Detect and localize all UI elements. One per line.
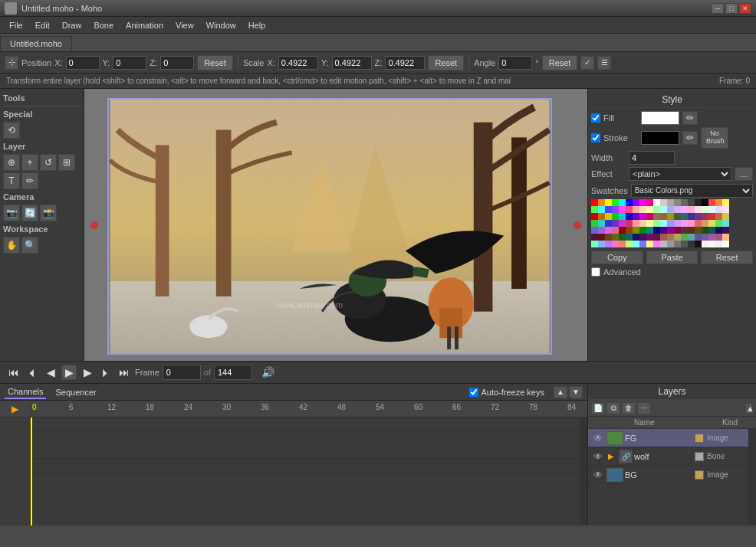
color-cell[interactable] xyxy=(695,234,702,241)
color-cell[interactable] xyxy=(591,220,598,227)
color-cell[interactable] xyxy=(667,227,674,234)
swatches-select[interactable]: Basic Colors.png xyxy=(631,184,753,198)
color-cell[interactable] xyxy=(612,220,619,227)
color-cell[interactable] xyxy=(646,234,653,241)
color-cell[interactable] xyxy=(660,199,667,206)
color-cell[interactable] xyxy=(626,227,633,234)
menu-edit[interactable]: Edit xyxy=(29,19,56,31)
color-cell[interactable] xyxy=(591,206,598,213)
position-z-input[interactable] xyxy=(160,56,194,70)
color-cell[interactable] xyxy=(667,220,674,227)
color-cell[interactable] xyxy=(598,199,605,206)
camera-tool-2[interactable]: 🔄 xyxy=(21,205,38,221)
color-cell[interactable] xyxy=(598,213,605,220)
color-cell[interactable] xyxy=(681,199,688,206)
color-cell[interactable] xyxy=(633,199,639,206)
layer-tool-1[interactable]: ⊕ xyxy=(3,154,20,171)
color-cell[interactable] xyxy=(605,199,612,206)
color-cell[interactable] xyxy=(708,199,715,206)
color-cell[interactable] xyxy=(639,213,646,220)
layer-options-button[interactable]: ··· xyxy=(637,402,651,414)
paint-tool[interactable]: ✏ xyxy=(21,172,38,189)
fill-checkbox[interactable] xyxy=(591,113,600,123)
layer-row[interactable]: 👁 BG Image xyxy=(588,466,748,484)
camera-tool-1[interactable]: 📷 xyxy=(3,205,20,221)
color-cell[interactable] xyxy=(626,241,633,247)
color-cell[interactable] xyxy=(605,213,612,220)
color-cell[interactable] xyxy=(605,241,612,247)
color-cell[interactable] xyxy=(715,234,722,241)
color-cell[interactable] xyxy=(702,220,708,227)
color-cell[interactable] xyxy=(646,206,653,213)
color-cell[interactable] xyxy=(605,206,612,213)
color-cell[interactable] xyxy=(653,234,660,241)
play-button[interactable]: ▶ xyxy=(61,365,77,380)
text-tool[interactable]: T xyxy=(3,172,20,189)
new-layer-button[interactable]: 📄 xyxy=(591,402,605,414)
camera-tool-3[interactable]: 📸 xyxy=(40,205,57,221)
color-cell[interactable] xyxy=(612,227,619,234)
color-cell[interactable] xyxy=(708,234,715,241)
color-cell[interactable] xyxy=(688,213,695,220)
color-cell[interactable] xyxy=(612,213,619,220)
close-button[interactable]: ✕ xyxy=(739,3,751,14)
left-handle[interactable] xyxy=(90,221,98,229)
color-cell[interactable] xyxy=(626,234,633,241)
color-cell[interactable] xyxy=(667,206,674,213)
color-cell[interactable] xyxy=(681,234,688,241)
color-cell[interactable] xyxy=(633,213,639,220)
auto-freeze-checkbox[interactable] xyxy=(469,388,478,397)
color-cell[interactable] xyxy=(626,213,633,220)
fill-pencil-button[interactable]: ✏ xyxy=(682,111,698,125)
color-cell[interactable] xyxy=(681,227,688,234)
color-cell[interactable] xyxy=(619,227,626,234)
color-cell[interactable] xyxy=(695,227,702,234)
color-cell[interactable] xyxy=(688,199,695,206)
color-cell[interactable] xyxy=(715,220,722,227)
color-cell[interactable] xyxy=(619,234,626,241)
expand-icon[interactable]: ▶ xyxy=(605,450,617,463)
color-cell[interactable] xyxy=(722,227,729,234)
color-cell[interactable] xyxy=(619,220,626,227)
color-cell[interactable] xyxy=(674,234,681,241)
color-cell[interactable] xyxy=(591,241,598,247)
color-cell[interactable] xyxy=(626,199,633,206)
color-cell[interactable] xyxy=(591,199,598,206)
color-cell[interactable] xyxy=(660,220,667,227)
color-cell[interactable] xyxy=(639,199,646,206)
color-cell[interactable] xyxy=(626,206,633,213)
step-back-button[interactable]: ⏴ xyxy=(25,365,40,380)
color-cell[interactable] xyxy=(702,199,708,206)
color-cell[interactable] xyxy=(653,220,660,227)
layers-scroll-up[interactable]: ▲ xyxy=(745,403,753,414)
color-cell[interactable] xyxy=(702,234,708,241)
reset-scale-button[interactable]: Reset xyxy=(428,55,464,70)
no-brush-button[interactable]: NoBrush xyxy=(701,127,728,149)
color-cell[interactable] xyxy=(653,199,660,206)
color-cell[interactable] xyxy=(591,234,598,241)
color-cell[interactable] xyxy=(667,199,674,206)
reset-swatch-button[interactable]: Reset xyxy=(701,251,753,264)
color-cell[interactable] xyxy=(605,234,612,241)
color-cell[interactable] xyxy=(646,241,653,247)
minimize-button[interactable]: ─ xyxy=(712,3,724,14)
channels-tab[interactable]: Channels xyxy=(5,385,46,399)
color-cell[interactable] xyxy=(612,234,619,241)
document-tab[interactable]: Untitled.moho xyxy=(0,36,72,51)
position-y-input[interactable] xyxy=(113,56,146,70)
color-cell[interactable] xyxy=(722,199,729,206)
color-cell[interactable] xyxy=(626,220,633,227)
color-cell[interactable] xyxy=(674,213,681,220)
color-cell[interactable] xyxy=(653,227,660,234)
color-cell[interactable] xyxy=(639,234,646,241)
transform-tool[interactable]: ⟲ xyxy=(3,122,20,139)
color-cell[interactable] xyxy=(653,213,660,220)
color-cell[interactable] xyxy=(708,220,715,227)
color-cell[interactable] xyxy=(633,206,639,213)
color-cell[interactable] xyxy=(598,234,605,241)
color-cell[interactable] xyxy=(598,220,605,227)
color-cell[interactable] xyxy=(633,220,639,227)
stroke-pencil-button[interactable]: ✏ xyxy=(682,131,698,145)
scale-x-input[interactable] xyxy=(278,56,318,70)
color-cell[interactable] xyxy=(667,234,674,241)
